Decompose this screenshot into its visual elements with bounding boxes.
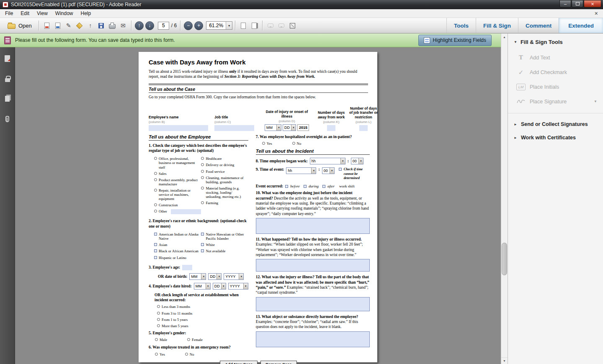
- save-as-icon[interactable]: [52, 21, 63, 31]
- job-title-field[interactable]: [214, 125, 254, 131]
- menu-edit[interactable]: Edit: [17, 10, 33, 17]
- chevron-down-icon[interactable]: ▼: [276, 125, 281, 131]
- next-page-button[interactable]: ↓: [145, 21, 154, 30]
- tab-tools[interactable]: Tools: [446, 18, 476, 33]
- radio-button[interactable]: [201, 163, 204, 166]
- place-signature-tool[interactable]: Place Signature ▼: [508, 94, 603, 109]
- radio-button[interactable]: [201, 201, 204, 204]
- send-collect-signatures-group[interactable]: ► Send or Collect Signatures: [508, 118, 603, 131]
- chevron-down-icon[interactable]: ▼: [311, 168, 316, 174]
- checkbox[interactable]: [154, 256, 157, 259]
- began-work-minute-dropdown[interactable]: 00▼: [351, 158, 363, 164]
- checkbox-option[interactable]: Native Hawaiian or Other Pacific Islande…: [201, 232, 248, 241]
- upload-icon[interactable]: ↑: [85, 21, 96, 31]
- event-hour-dropdown[interactable]: hh▼: [286, 167, 316, 174]
- minimize-button[interactable]: –: [559, 0, 571, 8]
- email-icon[interactable]: ✉: [118, 21, 129, 31]
- radio-button[interactable]: [155, 353, 158, 356]
- radio-option[interactable]: Office, professional, business or manage…: [154, 156, 201, 169]
- close-button[interactable]: ×: [584, 0, 601, 8]
- radio-button[interactable]: [262, 142, 265, 145]
- scrolling-mode-icon[interactable]: [238, 21, 249, 31]
- radio-option[interactable]: Repair, installation or service of machi…: [154, 188, 201, 201]
- radio-button[interactable]: [154, 210, 157, 213]
- vertical-scrollbar[interactable]: ▲ ▼: [501, 33, 508, 364]
- zoom-level-select[interactable]: 61.2% ▼: [206, 21, 232, 30]
- radio-option[interactable]: Yes: [155, 352, 165, 356]
- chevron-down-icon[interactable]: ▼: [226, 22, 232, 29]
- work-with-certificates-group[interactable]: ► Work with Certificates: [508, 131, 603, 144]
- checkbox-option[interactable]: White: [201, 243, 248, 247]
- checkbox[interactable]: [154, 249, 157, 252]
- radio-option[interactable]: Material handling (e.g. stocking, loadin…: [201, 186, 248, 199]
- chevron-down-icon[interactable]: ▼: [239, 274, 243, 279]
- security-lock-icon[interactable]: [2, 73, 13, 84]
- save-icon[interactable]: [96, 21, 107, 31]
- place-initials-tool[interactable]: LM Place Initials: [508, 80, 603, 94]
- hired-month-dropdown[interactable]: MM▼: [194, 283, 211, 290]
- close-toolbar-icon[interactable]: ×: [591, 10, 602, 17]
- radio-option[interactable]: Male: [155, 338, 167, 342]
- radio-button[interactable]: [155, 338, 158, 341]
- q11-answer-field[interactable]: [256, 259, 370, 272]
- two-page-view-icon[interactable]: [249, 21, 260, 31]
- birth-year-dropdown[interactable]: YYYY▼: [224, 273, 244, 280]
- annotations-icon[interactable]: [276, 21, 287, 31]
- chevron-down-icon[interactable]: ▼: [291, 125, 296, 131]
- sign-pen-icon[interactable]: ✎: [63, 21, 74, 31]
- time-undetermined-checkbox[interactable]: [339, 168, 342, 171]
- chevron-down-icon[interactable]: ▼: [216, 274, 221, 279]
- hired-day-dropdown[interactable]: DD▼: [213, 283, 226, 290]
- event-after-checkbox[interactable]: [322, 185, 325, 188]
- radio-option[interactable]: Cleaning, maintenance of building, groun…: [201, 176, 248, 184]
- checkbox[interactable]: [201, 233, 204, 236]
- remove-case-button[interactable]: Remove Case: [260, 361, 296, 364]
- q12-answer-field[interactable]: [256, 297, 370, 311]
- radio-option[interactable]: Female: [187, 338, 203, 342]
- radio-button[interactable]: [154, 203, 157, 206]
- radio-button[interactable]: [185, 353, 188, 356]
- share-icon[interactable]: [74, 21, 85, 31]
- radio-option[interactable]: Delivery or driving: [201, 163, 248, 167]
- attachments-icon[interactable]: [2, 113, 13, 124]
- radio-button[interactable]: [157, 305, 160, 308]
- checkbox[interactable]: [201, 249, 204, 252]
- radio-button[interactable]: [201, 157, 204, 160]
- page-thumbnails-icon[interactable]: [2, 53, 13, 64]
- chevron-down-icon[interactable]: ▼: [358, 158, 363, 164]
- checkbox-option[interactable]: Hispanic or Latino: [154, 256, 201, 260]
- zoom-in-button[interactable]: +: [194, 21, 203, 30]
- menu-view[interactable]: View: [33, 10, 52, 17]
- checkbox-option[interactable]: Black or African American: [154, 249, 201, 253]
- tab-extended[interactable]: Extended: [559, 18, 603, 33]
- radio-button[interactable]: [187, 338, 190, 341]
- days-away-field[interactable]: [327, 125, 335, 131]
- chevron-down-icon[interactable]: ▼: [340, 158, 345, 164]
- radio-button[interactable]: [157, 318, 160, 321]
- checkbox-option[interactable]: American Indian or Alaska Native: [154, 232, 201, 241]
- event-before-checkbox[interactable]: [285, 185, 288, 188]
- birth-day-dropdown[interactable]: DD▼: [208, 273, 222, 280]
- radio-option[interactable]: Less than 3 months: [157, 305, 248, 309]
- employee-name-field[interactable]: [149, 125, 208, 131]
- radio-option[interactable]: From 1 to 5 years: [157, 318, 248, 322]
- job-transfer-field[interactable]: [359, 125, 368, 131]
- add-text-tool[interactable]: T Add Text: [508, 50, 603, 65]
- checkbox-option[interactable]: Asian: [154, 243, 201, 247]
- chevron-down-icon[interactable]: ▼: [206, 283, 210, 289]
- q10-answer-field[interactable]: [256, 218, 370, 234]
- scroll-down-button[interactable]: ▼: [501, 357, 508, 364]
- radio-option[interactable]: Healthcare: [201, 156, 248, 161]
- checkbox-option[interactable]: Not available: [201, 249, 248, 253]
- radio-option[interactable]: More than 5 years: [157, 324, 248, 328]
- injury-month-dropdown[interactable]: MM▼: [265, 124, 281, 131]
- age-field[interactable]: [182, 265, 192, 270]
- add-checkmark-tool[interactable]: ✓ Add Checkmark: [508, 65, 603, 80]
- q13-answer-field[interactable]: [256, 331, 370, 347]
- chevron-down-icon[interactable]: ▼: [221, 283, 226, 289]
- birth-month-dropdown[interactable]: MM▼: [189, 273, 206, 280]
- add-new-case-button[interactable]: Add New Case: [220, 361, 258, 364]
- checkbox[interactable]: [154, 233, 157, 236]
- radio-option[interactable]: Food service: [201, 169, 248, 174]
- zoom-out-button[interactable]: −: [184, 21, 193, 30]
